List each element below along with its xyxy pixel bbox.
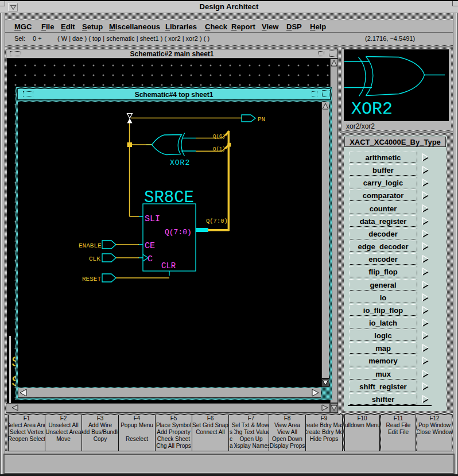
svg-text:SR8CE: SR8CE xyxy=(144,188,194,207)
svg-text:C: C xyxy=(148,254,153,264)
svg-text:CLR: CLR xyxy=(161,261,176,270)
svg-text:PN: PN xyxy=(258,116,265,123)
svg-text:Q(6): Q(6) xyxy=(213,134,226,140)
svg-text:Q(7:0): Q(7:0) xyxy=(165,228,192,237)
svg-text:CE: CE xyxy=(145,241,155,251)
svg-text:ENABLE: ENABLE xyxy=(79,242,102,249)
svg-text:Q(7:0): Q(7:0) xyxy=(206,218,228,225)
svg-text:SLI: SLI xyxy=(145,214,160,224)
svg-text:CLK: CLK xyxy=(89,256,100,262)
svg-text:XOR2: XOR2 xyxy=(351,99,393,119)
svg-text:Q(1): Q(1) xyxy=(213,146,226,152)
svg-text:XOR2: XOR2 xyxy=(170,158,190,167)
svg-text:RESET: RESET xyxy=(82,276,101,282)
